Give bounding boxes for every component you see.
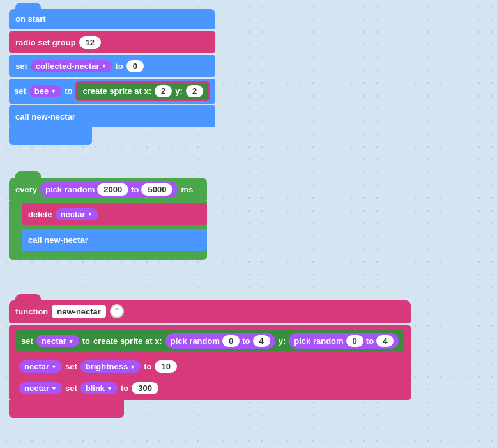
set-collected-nectar-block: set collected-nectar to 0 xyxy=(9,55,215,77)
on-start-label: on start xyxy=(15,14,46,24)
every-container: every pick random 2000 to 5000 ms delete… xyxy=(9,178,207,260)
blink-dropdown[interactable]: blink xyxy=(80,382,118,394)
delete-nectar-block: delete nectar xyxy=(22,203,207,225)
y-label: y: xyxy=(175,86,183,96)
set-label-5: set xyxy=(65,383,77,393)
pick-random-2-label: pick random xyxy=(294,336,343,346)
radio-set-group-block: radio set group 12 xyxy=(9,31,215,53)
brightness-dropdown[interactable]: brightness xyxy=(80,360,141,373)
create-sprite-label-2: create sprite at x: xyxy=(93,336,162,346)
to-label-2: to xyxy=(65,86,72,96)
set-label-2: set xyxy=(14,86,26,96)
sprite-x-value[interactable]: 2 xyxy=(155,85,172,97)
set-nectar-sprite-block: set nectar to create sprite at x: pick r… xyxy=(14,328,406,353)
ms-label: ms xyxy=(181,185,193,194)
function-name: new-nectar xyxy=(52,305,106,318)
to-label-5: to xyxy=(121,383,128,393)
pick-random-label: pick random xyxy=(45,185,95,194)
nectar-dropdown-2[interactable]: nectar xyxy=(36,335,79,347)
create-sprite-label: create sprite at x: xyxy=(82,86,151,96)
delete-label: delete xyxy=(28,210,52,219)
on-start-cap xyxy=(9,127,92,145)
every-body: delete nectar call new-nectar xyxy=(9,201,207,252)
on-start-container: on start radio set group 12 set collecte… xyxy=(9,9,215,145)
to-label-4: to xyxy=(144,362,151,371)
function-label: function xyxy=(15,307,48,316)
nectar-blink-block: nectar set blink to 300 xyxy=(14,380,406,397)
collected-nectar-dropdown[interactable]: collected-nectar xyxy=(31,60,112,72)
random-to[interactable]: 5000 xyxy=(141,183,172,196)
collected-value[interactable]: 0 xyxy=(126,60,144,72)
nectar-dropdown-1[interactable]: nectar xyxy=(56,208,98,220)
every-hat: every pick random 2000 to 5000 ms xyxy=(9,178,207,201)
set-label-4: set xyxy=(65,362,77,371)
every-cap xyxy=(9,252,207,260)
pick-random-block: pick random 2000 to 5000 xyxy=(40,182,178,197)
set-label-1: set xyxy=(15,61,27,71)
bee-dropdown[interactable]: bee xyxy=(29,85,61,97)
collapse-button[interactable]: ⌃ xyxy=(110,304,124,318)
brightness-value[interactable]: 10 xyxy=(155,360,176,373)
y-label-2: y: xyxy=(279,336,286,346)
function-hat: function new-nectar ⌃ xyxy=(9,300,411,323)
nectar-brightness-block: nectar set brightness to 10 xyxy=(14,358,406,375)
pick-random-1-label: pick random xyxy=(171,336,220,346)
nectar-dropdown-3[interactable]: nectar xyxy=(19,360,62,373)
function-container: function new-nectar ⌃ set nectar to crea… xyxy=(9,300,411,418)
set-label-3: set xyxy=(21,336,33,346)
x-from-value[interactable]: 0 xyxy=(222,335,240,347)
random-from[interactable]: 2000 xyxy=(97,183,128,196)
every-label: every xyxy=(15,185,37,194)
create-sprite-block: create sprite at x: 2 y: 2 xyxy=(75,81,210,101)
to-label-random: to xyxy=(131,185,139,194)
to-label-x: to xyxy=(242,336,250,346)
to-label-3: to xyxy=(82,336,90,346)
call-new-nectar-block-2: call new-nectar xyxy=(22,229,207,251)
radio-group-value[interactable]: 12 xyxy=(79,36,101,49)
y-to-value[interactable]: 4 xyxy=(376,335,394,347)
blink-value[interactable]: 300 xyxy=(132,382,158,394)
call-new-nectar-label-2: call new-nectar xyxy=(28,235,88,245)
x-to-value[interactable]: 4 xyxy=(253,335,270,347)
function-cap xyxy=(9,400,124,418)
set-bee-block: set bee to create sprite at x: 2 y: 2 xyxy=(9,79,215,104)
pick-random-x-block: pick random 0 to 4 xyxy=(165,333,275,349)
to-label-y: to xyxy=(366,336,374,346)
call-new-nectar-block-1: call new-nectar xyxy=(9,105,215,127)
nectar-dropdown-4[interactable]: nectar xyxy=(19,382,62,394)
to-label-1: to xyxy=(115,61,123,71)
pick-random-y-block: pick random 0 to 4 xyxy=(289,333,399,349)
call-new-nectar-label-1: call new-nectar xyxy=(15,112,75,121)
on-start-hat: on start xyxy=(9,9,215,29)
radio-set-group-label: radio set group xyxy=(15,38,76,47)
sprite-y-value[interactable]: 2 xyxy=(186,85,203,97)
y-from-value[interactable]: 0 xyxy=(346,335,363,347)
function-body: set nectar to create sprite at x: pick r… xyxy=(9,325,411,400)
